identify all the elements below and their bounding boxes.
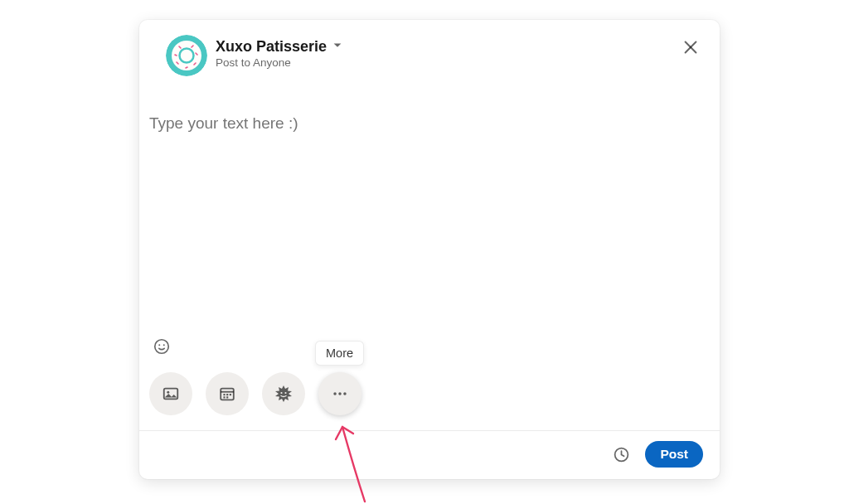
- close-icon: [682, 38, 700, 56]
- user-name: Xuxo Patisserie: [216, 38, 327, 56]
- post-text-input[interactable]: [139, 83, 720, 334]
- emoji-icon: [153, 337, 171, 356]
- svg-point-12: [155, 340, 169, 354]
- svg-rect-21: [230, 394, 231, 395]
- audience-label: Post to Anyone: [216, 56, 343, 69]
- emoji-button[interactable]: [149, 334, 174, 359]
- starburst-icon: [274, 384, 294, 404]
- audience-selector[interactable]: Xuxo Patisserie Post to Anyone: [216, 35, 343, 69]
- svg-rect-23: [226, 396, 228, 398]
- celebrate-button[interactable]: [262, 372, 305, 415]
- more-button[interactable]: [318, 372, 361, 415]
- post-composer-modal: Xuxo Patisserie Post to Anyone More: [139, 20, 720, 479]
- svg-point-25: [284, 392, 286, 394]
- svg-rect-19: [223, 394, 225, 395]
- composer-header: Xuxo Patisserie Post to Anyone: [139, 20, 720, 83]
- svg-point-13: [158, 344, 160, 346]
- svg-point-16: [167, 391, 169, 394]
- image-icon: [162, 385, 180, 403]
- svg-point-14: [163, 344, 165, 346]
- svg-point-27: [338, 392, 341, 395]
- more-icon: [331, 385, 349, 403]
- calendar-icon: [218, 385, 236, 403]
- svg-rect-20: [226, 394, 228, 395]
- more-tooltip: More: [315, 341, 364, 366]
- schedule-button[interactable]: [609, 442, 633, 467]
- svg-point-24: [280, 392, 282, 394]
- svg-line-9: [186, 67, 187, 68]
- media-toolbar: More: [139, 367, 720, 430]
- svg-rect-22: [223, 396, 225, 398]
- avatar: [166, 35, 207, 76]
- composer-footer: Post: [139, 430, 720, 479]
- chevron-down-icon: [332, 40, 343, 55]
- add-media-button[interactable]: [149, 372, 192, 415]
- clock-icon: [613, 446, 630, 463]
- add-event-button[interactable]: [206, 372, 249, 415]
- svg-point-26: [333, 392, 336, 395]
- post-button[interactable]: Post: [645, 441, 703, 468]
- svg-line-8: [175, 55, 177, 56]
- svg-point-28: [343, 392, 346, 395]
- close-button[interactable]: [675, 32, 706, 63]
